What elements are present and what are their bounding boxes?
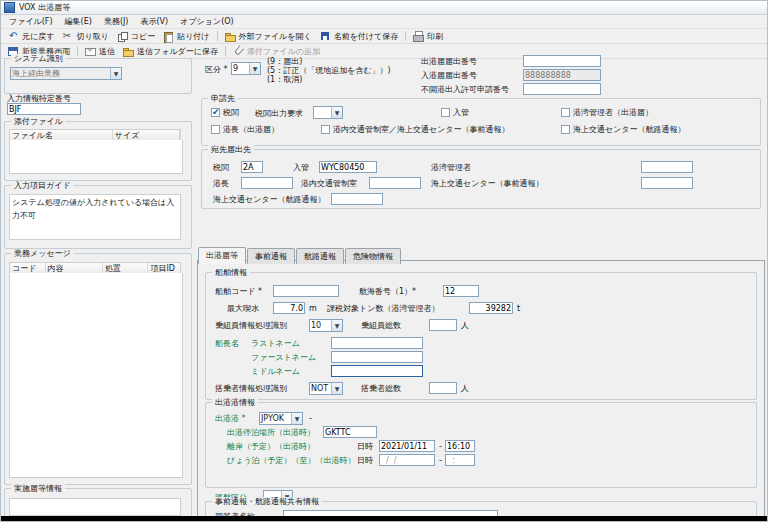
title-bar: VOX 出港届等 <box>1 1 767 15</box>
captain-firstname-label: ファーストネーム <box>251 353 316 363</box>
captain-lastname-label: ラストネーム <box>251 339 300 349</box>
checkbox-control-room-label: 港内交通管制室／海上交通センター（事前通報） <box>333 124 510 135</box>
menu-file[interactable]: ファイル(F) <box>3 15 59 28</box>
open-external-file-button[interactable]: 外部ファイルを開く <box>222 30 315 43</box>
anchor-time-input[interactable] <box>445 454 475 466</box>
checkbox-immigration[interactable]: 入管 <box>441 107 469 118</box>
captain-middlename-input[interactable] <box>331 365 423 377</box>
tab-route-notice[interactable]: 航路通報 <box>296 248 344 264</box>
tab-dangerous-goods[interactable]: 危険物情報 <box>345 248 401 264</box>
captain-firstname-input[interactable] <box>331 351 423 363</box>
departure-port-select[interactable]: JPYOK ▼ <box>259 412 303 425</box>
pax-total-unit: 人 <box>461 384 469 394</box>
addresses-group-title: 宛先届出先 <box>208 145 254 154</box>
pax-total-input[interactable] <box>429 382 457 394</box>
crew-total-label: 乗組員総数 <box>361 321 401 331</box>
max-draft-input[interactable] <box>273 302 305 314</box>
floppy-disk-icon <box>320 31 331 42</box>
captain-name-label: 船長名 <box>215 339 239 349</box>
checkbox-icon <box>211 125 220 134</box>
menu-option[interactable]: オプション(O) <box>174 15 239 28</box>
pax-proc-label: 搭乗者情報処理識別 <box>215 384 287 394</box>
pax-total-label: 搭乗者総数 <box>361 384 401 394</box>
center-route-code-input[interactable] <box>331 193 383 205</box>
save-to-send-folder-button[interactable]: 送信フォルダーに保存 <box>120 45 221 58</box>
save-as-button[interactable]: 名前を付けて保存 <box>317 30 402 43</box>
harbor-master-code-input[interactable] <box>241 177 293 189</box>
send-button[interactable]: 送信 <box>82 45 118 58</box>
control-room-code-input[interactable] <box>369 177 421 189</box>
checkbox-harbor-master-label: 港長（出港届） <box>223 124 279 135</box>
immigration-code-input[interactable] <box>319 161 377 173</box>
copy-button[interactable]: コピー <box>114 30 158 43</box>
add-attachment-button[interactable]: 添付ファイルの追加 <box>230 45 323 58</box>
envelope-icon <box>85 46 96 57</box>
paste-button[interactable]: 貼り付け <box>160 30 212 43</box>
customs-output-select[interactable]: ▼ <box>313 106 343 119</box>
tab-advance-notice[interactable]: 事前通報 <box>247 248 295 264</box>
checkbox-route-center[interactable]: 海上交通センター（航路通報） <box>561 124 686 135</box>
add-attachment-label: 添付ファイルの追加 <box>247 46 320 57</box>
checkbox-harbor-master[interactable]: 港長（出港届） <box>211 124 279 135</box>
out-number-label: 出港届届出番号 <box>421 57 477 67</box>
menu-edit[interactable]: 編集(E) <box>59 15 98 28</box>
checkbox-customs[interactable]: 税関 <box>211 107 239 118</box>
result-info-box <box>9 498 181 516</box>
customs-code-input[interactable] <box>241 161 263 173</box>
checkbox-control-room[interactable]: 港内交通管制室／海上交通センター（事前通報） <box>321 124 510 135</box>
print-button[interactable]: 印刷 <box>410 30 446 43</box>
ship-code-input[interactable] <box>273 285 339 297</box>
in-number-input[interactable] <box>523 69 601 81</box>
addr-center-route-label: 海上交通センター（航路通報） <box>213 195 326 205</box>
departure-port-value: JPYOK <box>260 413 291 424</box>
out-number-input[interactable] <box>523 55 601 67</box>
voyage-number-label: 航海番号（1）* <box>359 287 416 297</box>
cut-button[interactable]: 切り取り <box>59 30 111 43</box>
pax-proc-select[interactable]: NOT ▼ <box>309 382 343 395</box>
chevron-down-icon: ▼ <box>331 383 342 394</box>
undo-button[interactable]: 元に戻す <box>5 30 57 43</box>
bottom-black-bar <box>1 516 768 522</box>
captain-lastname-input[interactable] <box>331 337 423 349</box>
crew-proc-value: 10 <box>310 320 331 331</box>
attachments-group-title: 添付ファイル <box>11 117 66 126</box>
leave-date-input[interactable] <box>379 440 435 452</box>
app-window: VOX 出港届等 ファイル(F) 編集(E) 業務(J) 表示(V) オプション… <box>0 0 768 522</box>
system-id-select[interactable]: 海上経由業務 ▼ <box>10 67 122 80</box>
crew-total-unit: 人 <box>461 321 469 331</box>
menu-gyomu[interactable]: 業務(J) <box>98 15 135 28</box>
leave-time-input[interactable] <box>445 440 475 452</box>
system-id-value: 海上経由業務 <box>11 68 110 79</box>
checkbox-icon <box>561 108 570 117</box>
scissors-icon <box>62 31 73 42</box>
checkbox-port-admin[interactable]: 港湾管理者（出港届） <box>561 107 653 118</box>
menu-view[interactable]: 表示(V) <box>135 15 175 28</box>
message-col-action[interactable]: 処置 <box>103 263 148 273</box>
port-admin-code-input[interactable] <box>641 161 693 173</box>
leave-datetime-label: 日時 <box>357 442 373 452</box>
tab-departure-report[interactable]: 出港届等 <box>198 247 246 264</box>
copy-label: コピー <box>131 31 155 42</box>
message-col-code[interactable]: コード <box>10 263 46 273</box>
anchor-date-input[interactable] <box>379 454 435 466</box>
save-to-send-folder-label: 送信フォルダーに保存 <box>137 46 218 57</box>
main-toolbar: 元に戻す 切り取り コピー 貼り付け 外部ファイルを開く 名前を付けて保存 印刷 <box>1 29 767 44</box>
berth-input[interactable] <box>323 426 377 438</box>
addr-port-admin-label: 港湾管理者 <box>431 163 471 173</box>
message-col-itemid[interactable]: 項目ID <box>148 263 180 273</box>
crew-total-input[interactable] <box>429 319 457 331</box>
kubun-select[interactable]: 9 ▼ <box>231 62 261 75</box>
taxable-tonnage-input[interactable] <box>469 302 513 314</box>
message-col-content[interactable]: 内容 <box>46 263 103 273</box>
input-info-field[interactable] <box>7 103 81 115</box>
toolbar-separator <box>405 31 406 41</box>
voyage-number-input[interactable] <box>443 285 479 297</box>
open-port-permit-input[interactable] <box>523 83 601 95</box>
checkbox-customs-label: 税関 <box>223 107 239 118</box>
attachments-col-filename[interactable]: ファイル名 <box>10 130 113 140</box>
shared-info-group-title: 事前通報・航路通報共有情報 <box>212 497 322 506</box>
center-pre-code-input[interactable] <box>641 177 693 189</box>
folder-icon <box>123 46 134 57</box>
attachments-col-size[interactable]: サイズ <box>113 130 180 140</box>
crew-proc-select[interactable]: 10 ▼ <box>309 319 343 332</box>
